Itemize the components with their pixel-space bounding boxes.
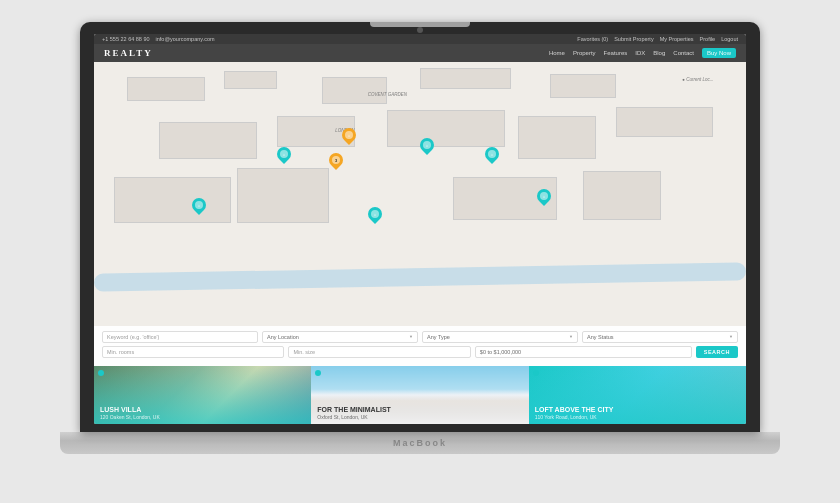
card-addr-villa: 120 Oaken St, London, UK — [100, 414, 305, 420]
search-row-1: Keyword (e.g. 'office') Any Location ▼ A… — [102, 331, 738, 343]
nav-property[interactable]: Property — [573, 50, 596, 56]
macbook-notch — [370, 22, 470, 27]
screen-bezel: +1 555 22 64 88 90 info@yourcompany.com … — [80, 22, 760, 432]
submit-property-link[interactable]: Submit Property — [614, 36, 653, 42]
macbook-device: +1 555 22 64 88 90 info@yourcompany.com … — [60, 22, 780, 482]
type-arrow-icon: ▼ — [569, 334, 573, 339]
nav-buy-now[interactable]: Buy Now — [702, 48, 736, 58]
search-button[interactable]: SEARCH — [696, 346, 738, 358]
card-title-minimalist: FOR THE MINIMALIST — [317, 406, 522, 413]
nav-features[interactable]: Features — [604, 50, 628, 56]
card-addr-loft: 110 York Road, London, UK — [535, 414, 740, 420]
card-badge-loft — [533, 370, 539, 376]
map-label-covent: COVENT GARDEN — [368, 92, 407, 97]
type-select[interactable]: Any Type ▼ — [422, 331, 578, 343]
macbook-label: MacBook — [393, 438, 447, 448]
nav-links: Home Property Features IDX Blog Contact … — [549, 48, 736, 58]
status-arrow-icon: ▼ — [729, 334, 733, 339]
location-arrow-icon: ▼ — [409, 334, 413, 339]
map-pin-4[interactable]: 3 — [326, 150, 346, 170]
card-badge-minimalist — [315, 370, 321, 376]
card-title-villa: LUSH VILLA — [100, 406, 305, 413]
top-bar-left: +1 555 22 64 88 90 info@yourcompany.com — [102, 36, 215, 42]
favorites-link[interactable]: Favorites (0) — [577, 36, 608, 42]
card-overlay-minimalist: FOR THE MINIMALIST Oxford St, London, UK — [311, 366, 528, 424]
property-card-loft[interactable]: LOFT ABOVE THE CITY 110 York Road, Londo… — [529, 366, 746, 424]
status-select[interactable]: Any Status ▼ — [582, 331, 738, 343]
nav-home[interactable]: Home — [549, 50, 565, 56]
nav-idx[interactable]: IDX — [635, 50, 645, 56]
map-label-current: ● Current Loc... — [682, 77, 713, 82]
location-select[interactable]: Any Location ▼ — [262, 331, 418, 343]
property-cards: LUSH VILLA 120 Oaken St, London, UK FOR … — [94, 366, 746, 424]
main-nav: REALTY Home Property Features IDX Blog C… — [94, 44, 746, 62]
map-background: COVENT GARDEN LONDON ● Current Loc... ⌂ … — [94, 62, 746, 366]
card-overlay-loft: LOFT ABOVE THE CITY 110 York Road, Londo… — [529, 366, 746, 424]
card-addr-minimalist: Oxford St, London, UK — [317, 414, 522, 420]
card-badge-villa — [98, 370, 104, 376]
map-pin-5[interactable]: ⌂ — [482, 144, 502, 164]
card-overlay-villa: LUSH VILLA 120 Oaken St, London, UK — [94, 366, 311, 424]
rooms-input[interactable]: Min. rooms — [102, 346, 284, 358]
profile-link[interactable]: Profile — [700, 36, 716, 42]
search-overlay: Keyword (e.g. 'office') Any Location ▼ A… — [94, 326, 746, 366]
size-input[interactable]: Min. size — [288, 346, 470, 358]
logout-link[interactable]: Logout — [721, 36, 738, 42]
top-bar: +1 555 22 64 88 90 info@yourcompany.com … — [94, 34, 746, 44]
search-row-2: Min. rooms Min. size $0 to $1,000,000 SE… — [102, 346, 738, 358]
price-range-display: $0 to $1,000,000 — [475, 346, 692, 358]
brand-logo[interactable]: REALTY — [104, 48, 153, 58]
website: +1 555 22 64 88 90 info@yourcompany.com … — [94, 34, 746, 424]
email-address: info@yourcompany.com — [156, 36, 215, 42]
macbook-base: MacBook — [60, 432, 780, 454]
property-card-villa[interactable]: LUSH VILLA 120 Oaken St, London, UK — [94, 366, 311, 424]
map-pin-1[interactable]: ⌂ — [274, 144, 294, 164]
screen: +1 555 22 64 88 90 info@yourcompany.com … — [94, 34, 746, 424]
nav-blog[interactable]: Blog — [653, 50, 665, 56]
map-area: COVENT GARDEN LONDON ● Current Loc... ⌂ … — [94, 62, 746, 366]
card-title-loft: LOFT ABOVE THE CITY — [535, 406, 740, 413]
phone-number: +1 555 22 64 88 90 — [102, 36, 150, 42]
nav-contact[interactable]: Contact — [673, 50, 694, 56]
map-pin-7[interactable]: ⌂ — [365, 205, 385, 225]
camera — [417, 27, 423, 33]
top-bar-right: Favorites (0) Submit Property My Propert… — [577, 36, 738, 42]
my-properties-link[interactable]: My Properties — [660, 36, 694, 42]
keyword-input[interactable]: Keyword (e.g. 'office') — [102, 331, 258, 343]
property-card-minimalist[interactable]: FOR THE MINIMALIST Oxford St, London, UK — [311, 366, 528, 424]
